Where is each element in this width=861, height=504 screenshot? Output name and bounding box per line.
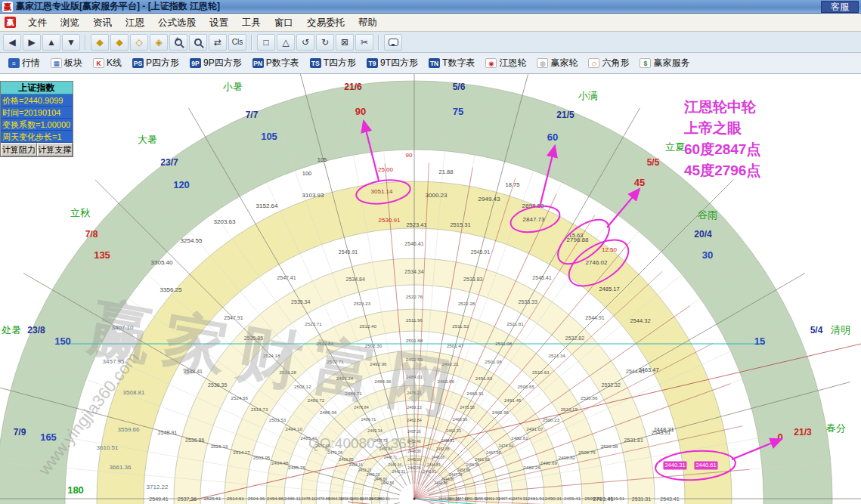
- feature-kline[interactable]: KK线: [88, 55, 127, 72]
- degree-label-105: 105: [261, 131, 277, 142]
- svg-text:2448.06: 2448.06: [432, 456, 445, 459]
- panel-row-0: 价格=2440.9099: [1, 94, 73, 107]
- degree-label-150: 150: [54, 335, 71, 347]
- menu-item-1[interactable]: 浏览: [54, 16, 86, 29]
- menu-item-8[interactable]: 交易委托: [300, 16, 352, 29]
- cut-tool-button[interactable]: ✂: [355, 34, 373, 51]
- solar-term-label: 春分: [826, 422, 846, 435]
- svg-text:2536.35: 2536.35: [208, 382, 227, 388]
- svg-text:2532.82: 2532.82: [565, 335, 584, 341]
- svg-text:2452.46: 2452.46: [407, 440, 421, 444]
- page-down-button[interactable]: ▼: [62, 34, 80, 51]
- menu-item-3[interactable]: 江恩: [119, 16, 151, 29]
- zoom-out-button[interactable]: −: [189, 34, 207, 51]
- rect-tool-button[interactable]: □: [257, 34, 275, 51]
- feature-t-square[interactable]: TST四方形: [305, 55, 361, 72]
- svg-text:2547.91: 2547.91: [224, 315, 243, 320]
- solar-term-label: 处暑: [2, 323, 21, 337]
- feature-p-square[interactable]: PSP四方形: [127, 55, 184, 72]
- feature-hexagon[interactable]: ◇六角形: [583, 55, 634, 72]
- menu-item-7[interactable]: 窗口: [268, 16, 300, 29]
- panel-button-1[interactable]: 计算支撑: [37, 143, 73, 156]
- switch-view-button[interactable]: ⇄: [209, 34, 227, 51]
- menu-item-9[interactable]: 帮助: [352, 16, 384, 29]
- feature-t-number-table[interactable]: TNT数字表: [423, 55, 480, 72]
- svg-text:2491.83: 2491.83: [475, 376, 493, 381]
- svg-text:2504.36: 2504.36: [248, 496, 265, 501]
- svg-text:2548.91: 2548.91: [158, 430, 177, 435]
- wheel-value: 2898.58: [522, 203, 544, 209]
- svg-text:2494.86: 2494.86: [267, 496, 284, 501]
- svg-text:2549.41: 2549.41: [149, 496, 168, 502]
- svg-text:2452.84: 2452.84: [379, 447, 393, 451]
- svg-text:2441.31: 2441.31: [438, 497, 452, 501]
- svg-text:2511.96: 2511.96: [406, 317, 423, 323]
- panel-buttons: 计算阻力计算支撑: [1, 143, 73, 156]
- svg-text:2483.31: 2483.31: [466, 391, 484, 396]
- svg-text:2522.28: 2522.28: [458, 301, 475, 306]
- rotate-left-button[interactable]: ↺: [296, 34, 314, 51]
- svg-text:2503.95: 2503.95: [253, 455, 271, 460]
- diamond-tool-1-button[interactable]: ◆: [91, 34, 109, 51]
- wheel-value: 3254.55: [181, 237, 203, 244]
- message-tool-button[interactable]: [384, 34, 402, 51]
- feature-sectors[interactable]: ▦板块: [45, 55, 88, 72]
- feature-9p-square[interactable]: 9P9P四方形: [184, 55, 247, 72]
- feature-quotes[interactable]: ≡行情: [3, 55, 45, 72]
- menu-item-4[interactable]: 公式选股: [151, 16, 203, 29]
- menu-logo-icon: 赢: [5, 17, 16, 28]
- svg-text:2448.71: 2448.71: [384, 456, 398, 459]
- diamond-tool-3-button[interactable]: ◇: [130, 34, 148, 51]
- zoom-in-button[interactable]: +: [169, 34, 187, 51]
- current-price-chip: 2440.31: [663, 462, 686, 470]
- svg-text:2456.81: 2456.81: [441, 439, 455, 443]
- svg-text:2475.58: 2475.58: [460, 405, 475, 410]
- svg-text:2503.12: 2503.12: [294, 384, 311, 389]
- feature-winner-service[interactable]: $赢家服务: [634, 55, 695, 72]
- solar-term-label: 谷雨: [698, 209, 717, 222]
- svg-text:2484.36: 2484.36: [374, 379, 392, 384]
- svg-text:2490.69: 2490.69: [540, 460, 558, 465]
- menu-item-0[interactable]: 文件: [21, 16, 54, 29]
- svg-text:2511.52: 2511.52: [452, 323, 469, 329]
- wheel-value: 25.00: [378, 166, 393, 173]
- svg-text:2547.41: 2547.41: [277, 275, 296, 280]
- cls-button[interactable]: Cls: [228, 34, 246, 51]
- wheel-value: 3610.51: [97, 444, 119, 451]
- triangle-tool-button[interactable]: △: [277, 34, 295, 51]
- forward-button[interactable]: ▶: [23, 34, 41, 51]
- svg-text:2531.81: 2531.81: [624, 438, 643, 443]
- wheel-value: 3000.23: [426, 192, 448, 199]
- feature-winner-wheel[interactable]: ◎赢家轮: [531, 55, 583, 72]
- back-button[interactable]: ◀: [3, 34, 21, 51]
- menu-item-5[interactable]: 设置: [203, 16, 235, 29]
- chart-area[interactable]: 2543.412543.912544.412544.912545.412545.…: [0, 74, 861, 504]
- diamond-tool-2-button[interactable]: ◆: [110, 34, 129, 51]
- delete-tool-button[interactable]: ⊠: [336, 34, 354, 51]
- kline-icon: K: [93, 58, 104, 68]
- svg-text:2546.91: 2546.91: [339, 249, 358, 255]
- wheel-value: 3712.22: [147, 484, 169, 490]
- panel-row-1: 时间=20190104: [1, 107, 73, 119]
- wheel-value: 2448.31: [653, 426, 674, 433]
- feature-gann-wheel[interactable]: ◉江恩轮: [480, 55, 531, 72]
- gann-wheel-label: 江恩轮: [499, 57, 526, 70]
- page-up-button[interactable]: ▲: [42, 34, 60, 51]
- rotate-right-button[interactable]: ↻: [316, 34, 334, 51]
- svg-text:2534.84: 2534.84: [346, 277, 365, 282]
- feature-9t-square[interactable]: T99T四方形: [361, 55, 423, 72]
- feature-p-number-table[interactable]: PNP数字表: [247, 55, 305, 72]
- menu-item-2[interactable]: 资讯: [86, 16, 119, 29]
- sectors-icon: ▦: [51, 58, 62, 68]
- svg-text:2449.03: 2449.03: [367, 473, 380, 477]
- menu-item-6[interactable]: 工具: [235, 16, 268, 29]
- panel-button-0[interactable]: 计算阻力: [1, 143, 37, 156]
- diamond-tool-4-button[interactable]: ◈: [150, 34, 168, 51]
- panel-row-3: 周天变化步长=1: [1, 131, 73, 143]
- svg-text:2502.71: 2502.71: [327, 359, 344, 364]
- svg-text:2493.34: 2493.34: [336, 376, 354, 381]
- svg-text:2521.81: 2521.81: [506, 321, 524, 326]
- svg-text:2482.96: 2482.96: [492, 410, 509, 415]
- service-button[interactable]: 客服: [821, 1, 859, 13]
- svg-text:2468.56: 2468.56: [453, 417, 468, 422]
